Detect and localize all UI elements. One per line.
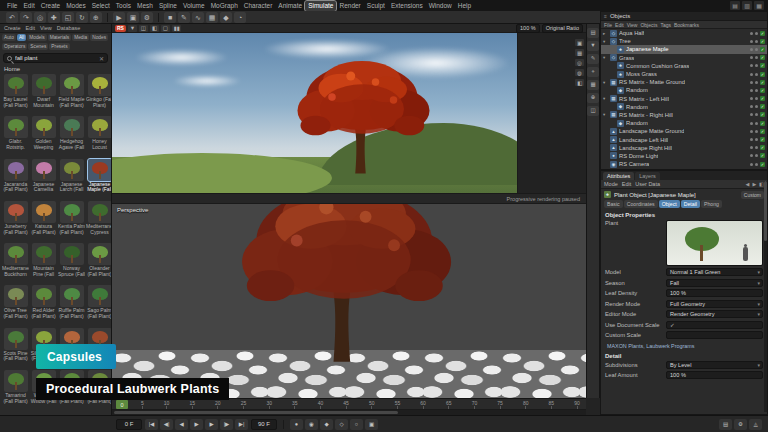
- object-label[interactable]: Landscape Matte Ground: [619, 128, 684, 134]
- goto-start-icon[interactable]: |◀: [145, 419, 158, 430]
- mode-menu-item[interactable]: Mode: [604, 181, 618, 187]
- render-visibility-dot[interactable]: [755, 122, 758, 125]
- editor-visibility-dot[interactable]: [750, 89, 753, 92]
- asset-thumbnail[interactable]: [4, 74, 28, 96]
- menu-item[interactable]: MoGraph: [208, 1, 241, 11]
- rotate-icon[interactable]: ↻: [76, 12, 88, 23]
- asset-thumbnail[interactable]: [60, 159, 84, 181]
- object-row[interactable]: ▾ ▦ RS Matrix - Matte Ground ✓: [601, 78, 767, 86]
- render-visibility-dot[interactable]: [755, 32, 758, 35]
- asset-thumbnail[interactable]: [32, 159, 56, 181]
- layout-grid-icon[interactable]: ▦: [754, 1, 764, 10]
- goto-end-icon[interactable]: ▶|: [235, 419, 248, 430]
- asset-thumbnail[interactable]: [88, 116, 112, 138]
- editor-visibility-dot[interactable]: [750, 64, 753, 67]
- section-header[interactable]: Object Properties: [601, 210, 767, 219]
- clear-search-icon[interactable]: ✕: [99, 55, 104, 62]
- asset-thumbnail[interactable]: [4, 370, 28, 392]
- enable-toggle[interactable]: ✓: [760, 72, 765, 77]
- asset-item[interactable]: Hedgehog Agave (Fall Plant): [58, 116, 85, 156]
- enable-toggle[interactable]: ✓: [760, 63, 765, 68]
- menu-item[interactable]: Mesh: [134, 1, 156, 11]
- object-row[interactable]: ♣ Common Cushion Grass ✓: [601, 62, 767, 70]
- object-manager-menu-item[interactable]: Objects: [640, 22, 657, 28]
- zoom-level-dropdown[interactable]: 100 %: [516, 24, 540, 33]
- asset-item[interactable]: Katsura (Fall Plant): [30, 201, 57, 241]
- play-icon[interactable]: ▶: [190, 419, 203, 430]
- object-row[interactable]: ▲ Landscape Right Hill ✓: [601, 144, 767, 152]
- compare-ab-icon[interactable]: ◧: [150, 25, 159, 32]
- visibility-dots[interactable]: [750, 40, 758, 43]
- visibility-dots[interactable]: [750, 73, 758, 76]
- expand-caret-icon[interactable]: ▾: [603, 80, 608, 85]
- next-key-icon[interactable]: |▶: [220, 419, 233, 430]
- detail-section-header[interactable]: Detail: [601, 351, 767, 360]
- prev-key-icon[interactable]: ◀|: [160, 419, 173, 430]
- object-label[interactable]: Aqua Half: [619, 30, 644, 36]
- section-tab[interactable]: Phong: [701, 200, 722, 208]
- property-value[interactable]: Render Geometry: [666, 310, 763, 318]
- menu-item[interactable]: Character: [241, 1, 276, 11]
- visibility-dots[interactable]: [750, 56, 758, 59]
- history-back-icon[interactable]: ◀: [746, 181, 750, 187]
- object-label[interactable]: Moss Grass: [626, 71, 657, 77]
- menu-item[interactable]: Spline: [156, 1, 180, 11]
- asset-thumbnail[interactable]: [4, 285, 28, 307]
- editor-visibility-dot[interactable]: [750, 40, 753, 43]
- asset-item[interactable]: Juneberry (Fall Plant): [2, 201, 29, 241]
- scrollbar-thumb[interactable]: [764, 181, 767, 241]
- mode-menu-item[interactable]: User Data: [635, 181, 660, 187]
- filter-chip[interactable]: Nodes: [90, 34, 108, 41]
- layout-split-icon[interactable]: ▥: [742, 1, 752, 10]
- object-label[interactable]: Random: [626, 120, 648, 126]
- render-visibility-dot[interactable]: [755, 105, 758, 108]
- object-label[interactable]: Landscape Left Hill: [619, 137, 668, 143]
- category-chip[interactable]: Presets: [49, 43, 69, 50]
- visibility-dots[interactable]: [750, 48, 758, 51]
- property-value[interactable]: Full Geometry: [666, 300, 763, 308]
- asset-thumbnail[interactable]: [4, 116, 28, 138]
- render-visibility-dot[interactable]: [755, 40, 758, 43]
- asset-item[interactable]: Golden Weeping Willow (Fall Plant): [30, 116, 57, 156]
- asset-thumbnail[interactable]: [88, 243, 112, 265]
- render-view-icon[interactable]: ▶: [113, 12, 125, 23]
- editor-visibility-dot[interactable]: [750, 105, 753, 108]
- attributes-scrollbar[interactable]: [764, 181, 767, 412]
- asset-item[interactable]: Olive Tree (Fall Plant): [2, 285, 29, 325]
- menu-item[interactable]: Create: [38, 1, 64, 11]
- editor-visibility-dot[interactable]: [750, 113, 753, 116]
- expand-caret-icon[interactable]: ▾: [603, 55, 608, 60]
- save-image-icon[interactable]: ▼: [128, 25, 137, 32]
- enable-toggle[interactable]: ✓: [760, 129, 765, 134]
- asset-item[interactable]: Ruffle Palm (Fall Plant): [58, 285, 85, 325]
- object-row[interactable]: ◆ Random ✓: [601, 119, 767, 127]
- visibility-dots[interactable]: [750, 89, 758, 92]
- enable-toggle[interactable]: ✓: [760, 96, 765, 101]
- record-keyframe-icon[interactable]: ●: [290, 419, 303, 430]
- editor-visibility-dot[interactable]: [750, 81, 753, 84]
- enable-toggle[interactable]: ✓: [760, 137, 765, 142]
- render-visibility-dot[interactable]: [755, 73, 758, 76]
- viewport-view-label[interactable]: Perspective: [117, 207, 148, 213]
- editor-visibility-dot[interactable]: [750, 73, 753, 76]
- asset-browser-menu-item[interactable]: Create: [4, 25, 21, 31]
- pause-ipr-icon[interactable]: ▮▮: [172, 25, 181, 32]
- editor-visibility-dot[interactable]: [750, 138, 753, 141]
- object-label[interactable]: Tree: [619, 38, 631, 44]
- playhead[interactable]: 0: [116, 400, 128, 409]
- menu-item[interactable]: Window: [426, 1, 455, 11]
- object-label[interactable]: RS Matrix - Matte Ground: [619, 79, 685, 85]
- object-manager-menu-item[interactable]: View: [627, 22, 638, 28]
- pen-icon[interactable]: ✎: [178, 12, 190, 23]
- render-region-icon[interactable]: ▢: [161, 25, 170, 32]
- editor-visibility-dot[interactable]: [750, 130, 753, 133]
- menu-item[interactable]: Modes: [63, 1, 89, 11]
- section-tab[interactable]: Object: [659, 200, 680, 208]
- volume-icon[interactable]: ◆: [220, 12, 232, 23]
- object-row[interactable]: ◆ Random ✓: [601, 103, 767, 111]
- object-row[interactable]: ▲ Landscape Left Hill ✓: [601, 135, 767, 143]
- object-row[interactable]: ● RS Dome Light ✓: [601, 152, 767, 160]
- menu-item[interactable]: Help: [455, 1, 474, 11]
- asset-item[interactable]: Dwarf Mountain Pine (Fall Plant): [30, 74, 57, 114]
- visibility-dots[interactable]: [750, 97, 758, 100]
